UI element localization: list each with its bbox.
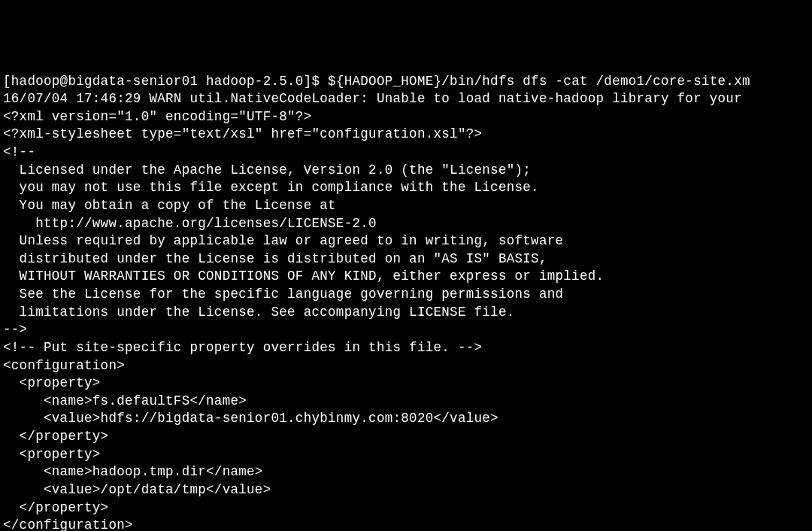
output-line: 16/07/04 17:46:29 WARN util.NativeCodeLo… <box>3 90 809 108</box>
output-line: <?xml-stylesheet type="text/xsl" href="c… <box>3 126 809 144</box>
output-line: http://www.apache.org/licenses/LICENSE-2… <box>3 215 809 233</box>
output-line: See the License for the specific languag… <box>3 286 809 304</box>
shell-command: ${HADOOP_HOME}/bin/hdfs dfs -cat /demo1/… <box>328 74 750 89</box>
shell-prompt: [hadoop@bigdata-senior01 hadoop-2.5.0]$ <box>3 74 328 89</box>
output-line: <value>hdfs://bigdata-senior01.chybinmy.… <box>3 410 809 428</box>
output-line: <?xml version="1.0" encoding="UTF-8"?> <box>3 108 809 126</box>
output-line: Licensed under the Apache License, Versi… <box>3 162 809 180</box>
output-line: --> <box>3 321 809 339</box>
output-line: <property> <box>3 375 809 393</box>
terminal-window[interactable]: [hadoop@bigdata-senior01 hadoop-2.5.0]$ … <box>3 73 809 532</box>
output-line: <!-- <box>3 144 809 162</box>
output-line: <value>/opt/data/tmp</value> <box>3 481 809 499</box>
output-line: <property> <box>3 446 809 464</box>
output-line: you may not use this file except in comp… <box>3 179 809 197</box>
output-line: WITHOUT WARRANTIES OR CONDITIONS OF ANY … <box>3 268 809 286</box>
output-line: <configuration> <box>3 357 809 375</box>
output-line: limitations under the License. See accom… <box>3 304 809 322</box>
output-line: <name>hadoop.tmp.dir</name> <box>3 463 809 481</box>
output-line: Unless required by applicable law or agr… <box>3 232 809 250</box>
output-line: </property> <box>3 499 809 517</box>
output-line: </configuration> <box>3 517 809 531</box>
output-line: You may obtain a copy of the License at <box>3 197 809 215</box>
output-line: </property> <box>3 428 809 446</box>
command-line: [hadoop@bigdata-senior01 hadoop-2.5.0]$ … <box>3 73 809 91</box>
output-line: <name>fs.defaultFS</name> <box>3 393 809 411</box>
output-line: <!-- Put site-specific property override… <box>3 339 809 357</box>
output-line: distributed under the License is distrib… <box>3 250 809 269</box>
